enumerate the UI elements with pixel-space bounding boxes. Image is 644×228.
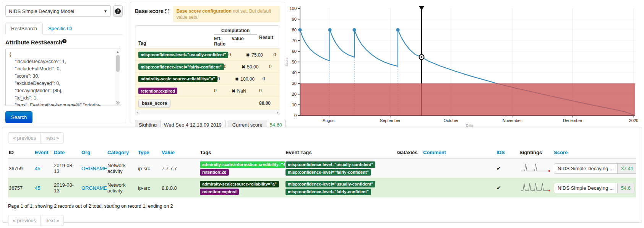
svg-text:50: 50 — [292, 60, 297, 64]
textarea-resize-grip[interactable] — [116, 101, 120, 105]
tag-badge: retention:expired — [200, 189, 239, 195]
cell-score: NIDS Simple Decaying ... 37.41 — [553, 159, 636, 178]
sort-event-link[interactable]: Event — [35, 150, 48, 155]
eff-ratio-value: 0 — [224, 64, 242, 69]
multiply-icon: ✖ — [235, 77, 239, 82]
ids-check-icon: ✔ — [496, 185, 501, 191]
tag-numeric-value: 50.00 — [247, 64, 258, 70]
sort-date-link[interactable]: Date — [54, 150, 65, 155]
search-button[interactable]: Search — [5, 111, 32, 123]
col-category: Category — [107, 147, 137, 159]
decaying-model-selected: NIDS Simple Decaying Model — [9, 8, 74, 14]
event-link[interactable]: 45 — [35, 185, 40, 191]
search-tabs: RestSearch Specific ID — [5, 21, 123, 34]
svg-text:Score: Score — [285, 57, 289, 67]
expand-icon[interactable] — [165, 8, 169, 15]
previous-page-button[interactable]: « previous — [8, 215, 41, 226]
table-horizontal-scrollbar[interactable]: ◂ ▸ — [135, 110, 280, 115]
svg-text:100: 100 — [290, 6, 297, 11]
attribute-results-panel: « previous next » ID Event ↑ Date Org Ca… — [2, 127, 642, 223]
textarea-scroll-thumb[interactable] — [116, 55, 120, 72]
cell-value: 7.7.7.7 — [161, 159, 199, 178]
tab-restsearch[interactable]: RestSearch — [5, 23, 43, 34]
attribute-row: 36757 45 2019-08-13 ORGNAME Network acti… — [8, 178, 636, 198]
org-link[interactable]: ORGNAME — [81, 185, 107, 191]
cell-tags: admiralty-scale:source-reliability="a" r… — [199, 178, 285, 198]
svg-text:30: 30 — [292, 81, 297, 86]
col-value: Value — [161, 147, 199, 159]
cell-category: Network activity — [107, 159, 137, 178]
base-score-panel: Base score Base score configuration not … — [130, 2, 285, 123]
cell-date: 2019-08-13 — [53, 178, 81, 198]
restsearch-heading-text: Attribute RestSearch — [5, 39, 62, 46]
col-date: Date — [53, 147, 81, 159]
col-event-tags: Event Tags — [285, 147, 396, 159]
help-icon: ? — [115, 8, 121, 14]
score-model-name: NIDS Simple Decaying ... — [554, 183, 617, 193]
base-score-title: Base score — [135, 6, 169, 15]
svg-text:80: 80 — [292, 28, 297, 32]
svg-text:November: November — [503, 118, 522, 123]
sort-score-link[interactable]: Score — [554, 150, 568, 155]
sort-category-link[interactable]: Category — [107, 150, 129, 155]
svg-text:0: 0 — [294, 113, 297, 118]
tag-badge: admiralty-scale:information-credibility=… — [200, 161, 285, 168]
sort-value-link[interactable]: Value — [162, 150, 175, 155]
score-value: 54.6 — [617, 183, 634, 193]
cell-type: ip-src — [137, 178, 161, 198]
col-galaxies: Galaxies — [396, 147, 422, 159]
next-page-button[interactable]: next » — [41, 132, 64, 143]
sightings-sparkline — [519, 162, 552, 174]
svg-text:70: 70 — [292, 38, 297, 43]
score-widget: NIDS Simple Decaying ... 54.6 — [554, 183, 634, 193]
page: NIDS Simple Decaying Model ▼ ? RestSearc… — [0, 0, 644, 228]
event-link[interactable]: 45 — [35, 166, 40, 171]
sort-org-link[interactable]: Org — [81, 150, 90, 155]
decaying-model-select[interactable]: NIDS Simple Decaying Model ▼ — [5, 5, 111, 17]
cell-galaxies — [396, 159, 422, 178]
cell-sightings — [519, 178, 553, 198]
svg-text:40: 40 — [292, 70, 297, 75]
multiply-icon: ✖ — [232, 88, 235, 94]
base-score-row: misp:confidence-level="fairly-confident"… — [135, 60, 280, 73]
cell-type: ip-src — [137, 159, 161, 178]
scroll-up-icon[interactable]: ▲ — [116, 50, 119, 54]
col-event: Event ↑ — [34, 147, 53, 159]
cell-galaxies — [396, 178, 422, 198]
cell-comment — [422, 159, 496, 178]
svg-text:August: August — [323, 118, 336, 123]
col-header-value: Value — [232, 36, 243, 47]
col-comment: Comment — [422, 147, 496, 159]
svg-text:October: October — [443, 118, 458, 123]
cell-event-tags: misp:confidence-level="usually-confident… — [285, 178, 396, 198]
event-tag-badge: misp:confidence-level="fairly-confident" — [286, 169, 371, 176]
restsearch-query-textarea[interactable]: { "includeDecayScore": 1, "includeFullMo… — [5, 49, 121, 106]
base-score-total-row: base_score 80.00 — [135, 96, 280, 110]
base-score-table-header: Tag Computation Eff. Ratio Value Result — [135, 26, 280, 48]
scroll-left-icon[interactable]: ◂ — [136, 111, 138, 114]
sort-type-link[interactable]: Type — [138, 150, 149, 155]
previous-page-button[interactable]: « previous — [8, 132, 41, 143]
tag-badge: misp:confidence-level="fairly-confident" — [138, 64, 224, 70]
decay-score-chart[interactable]: 0102030405060708090100AugustSeptemberOct… — [266, 3, 644, 131]
org-link[interactable]: ORGNAME — [81, 166, 107, 171]
sort-comment-link[interactable]: Comment — [423, 150, 446, 155]
attribute-row: 36759 45 2019-08-13 ORGNAME Network acti… — [8, 159, 636, 178]
next-page-button[interactable]: next » — [41, 215, 64, 226]
col-score: Score — [553, 147, 636, 159]
chevron-down-icon: ▼ — [104, 9, 107, 13]
base-score-row: retention:expired 0 ✖ NaN 0 — [135, 85, 280, 97]
event-tag-badge: misp:confidence-level="usually-confident… — [286, 181, 375, 187]
tab-specific-id[interactable]: Specific ID — [43, 23, 77, 34]
svg-text:10: 10 — [292, 103, 297, 107]
col-sightings: Sightings — [519, 147, 553, 159]
multiply-icon: ✖ — [246, 52, 250, 58]
base-score-table: Tag Computation Eff. Ratio Value Result … — [135, 25, 280, 115]
svg-text:2020: 2020 — [629, 118, 638, 123]
col-type: Type — [137, 147, 161, 159]
tag-badge: retention:2d — [200, 169, 229, 176]
model-help-button[interactable]: ? — [113, 5, 123, 17]
cell-event-tags: misp:confidence-level="usually-confident… — [285, 159, 396, 178]
sort-ids-link[interactable]: IDS — [496, 150, 505, 155]
col-org: Org — [81, 147, 107, 159]
